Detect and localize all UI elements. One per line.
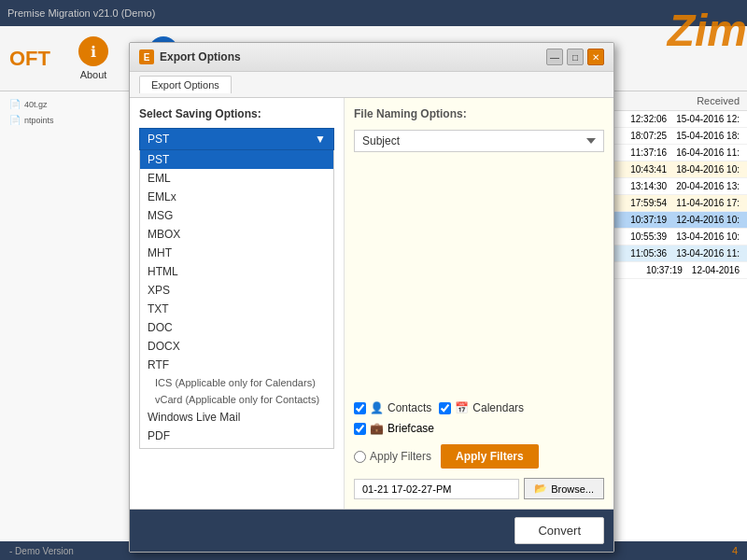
file-path-section: 01-21 17-02-27-PM 📂 Browse... bbox=[354, 478, 604, 499]
format-option-eml[interactable]: EML bbox=[140, 169, 333, 188]
selected-format-label: PST bbox=[148, 133, 169, 146]
dropdown-arrow-icon: ▼ bbox=[315, 133, 326, 146]
apply-filters-radio-label: Apply Filters bbox=[370, 450, 431, 463]
calendars-checkbox-item: 📅 Calendars bbox=[439, 401, 524, 414]
format-option-rtf[interactable]: RTF bbox=[140, 356, 333, 374]
format-option-msg[interactable]: MSG bbox=[140, 206, 333, 225]
minimize-button[interactable]: — bbox=[546, 49, 563, 65]
left-panel-title: Select Saving Options: bbox=[139, 107, 334, 120]
apply-filters-radio[interactable] bbox=[354, 451, 366, 463]
format-option-thunderbird[interactable]: Thunderbird bbox=[140, 445, 333, 449]
format-option-doc[interactable]: DOC bbox=[140, 318, 333, 337]
app-sidebar: 📄40t.gz 📄ntpoints bbox=[0, 91, 131, 560]
sidebar-file-2: 📄ntpoints bbox=[5, 112, 125, 128]
format-option-vcard[interactable]: vCard (Applicable only for Contacts) bbox=[140, 391, 333, 408]
dialog-tab-bar: Export Options bbox=[130, 72, 613, 98]
close-button[interactable]: ✕ bbox=[587, 49, 604, 65]
format-option-xps[interactable]: XPS bbox=[140, 281, 333, 300]
format-option-ics[interactable]: ICS (Applicable only for Calendars) bbox=[140, 374, 333, 391]
dialog-title: Export Options bbox=[160, 50, 241, 63]
format-option-pdf[interactable]: PDF bbox=[140, 427, 333, 445]
naming-select-wrapper: Subject Date From bbox=[354, 130, 604, 152]
briefcase-label: Briefcase bbox=[388, 422, 434, 435]
zimb-brand-label: Zim bbox=[668, 5, 747, 56]
format-option-mbox[interactable]: MBOX bbox=[140, 225, 333, 244]
file-path-input[interactable]: 01-21 17-02-27-PM bbox=[354, 479, 519, 499]
maximize-button[interactable]: □ bbox=[567, 49, 584, 65]
format-option-mht[interactable]: MHT bbox=[140, 244, 333, 262]
format-option-wlm[interactable]: Windows Live Mail bbox=[140, 408, 333, 427]
format-option-html[interactable]: HTML bbox=[140, 262, 333, 281]
contacts-checkbox-item: 👤 Contacts bbox=[354, 401, 431, 414]
dialog-icon: E bbox=[139, 49, 154, 64]
about-label: About bbox=[80, 69, 107, 80]
calendars-label: Calendars bbox=[472, 401, 524, 414]
received-header: Received bbox=[697, 95, 740, 106]
format-option-txt[interactable]: TXT bbox=[140, 300, 333, 318]
briefcase-checkbox-item: 💼 Briefcase bbox=[354, 422, 604, 435]
convert-button[interactable]: Convert bbox=[514, 517, 604, 544]
browse-button[interactable]: 📂 Browse... bbox=[524, 478, 604, 499]
filters-section: Apply Filters Apply Filters bbox=[354, 444, 604, 469]
brand-label: OFT bbox=[9, 47, 50, 71]
left-panel: Select Saving Options: PST ▼ PST EML EML… bbox=[130, 98, 345, 509]
browse-label: Browse... bbox=[551, 483, 594, 495]
about-button[interactable]: ℹ About bbox=[69, 32, 118, 85]
browse-icon: 📂 bbox=[534, 483, 547, 495]
dialog-title-left: E Export Options bbox=[139, 49, 241, 64]
format-option-docx[interactable]: DOCX bbox=[140, 337, 333, 356]
briefcase-icon: 💼 bbox=[370, 422, 384, 435]
format-dropdown[interactable]: PST EML EMLx MSG MBOX MHT HTML XPS TXT D… bbox=[139, 150, 334, 449]
dialog-titlebar: E Export Options — □ ✕ bbox=[130, 43, 613, 72]
spacer bbox=[354, 161, 604, 392]
right-panel: File Naming Options: Subject Date From bbox=[345, 98, 613, 509]
export-options-dialog: E Export Options — □ ✕ Export Options Se… bbox=[129, 42, 614, 553]
contacts-icon: 👤 bbox=[370, 401, 384, 414]
sidebar-file-1: 📄40t.gz bbox=[5, 96, 125, 112]
app-title: Premise Migration v21.0 (Demo) bbox=[7, 7, 155, 19]
app-titlebar: Premise Migration v21.0 (Demo) bbox=[0, 0, 747, 26]
format-select-header[interactable]: PST ▼ bbox=[139, 128, 334, 150]
apply-filters-radio-item: Apply Filters bbox=[354, 450, 431, 463]
dialog-body: Select Saving Options: PST ▼ PST EML EML… bbox=[130, 98, 613, 509]
about-icon: ℹ bbox=[78, 36, 108, 66]
tab-export-options[interactable]: Export Options bbox=[139, 76, 232, 93]
contacts-checkbox[interactable] bbox=[354, 402, 366, 414]
checkboxes-section: 👤 Contacts 📅 Calendars 💼 Briefcase bbox=[354, 401, 604, 435]
dialog-controls: — □ ✕ bbox=[546, 49, 604, 65]
format-option-emlx[interactable]: EMLx bbox=[140, 188, 333, 206]
dialog-footer: Convert bbox=[130, 509, 613, 552]
naming-options-wrapper: Subject Date From bbox=[354, 130, 604, 152]
format-option-pst[interactable]: PST bbox=[140, 150, 333, 169]
calendars-checkbox[interactable] bbox=[439, 402, 451, 414]
contacts-label: Contacts bbox=[388, 401, 431, 414]
naming-select[interactable]: Subject Date From bbox=[354, 130, 604, 152]
right-panel-title: File Naming Options: bbox=[354, 107, 604, 120]
apply-filters-button[interactable]: Apply Filters bbox=[441, 444, 539, 469]
briefcase-checkbox[interactable] bbox=[354, 423, 366, 435]
calendars-icon: 📅 bbox=[455, 401, 469, 414]
